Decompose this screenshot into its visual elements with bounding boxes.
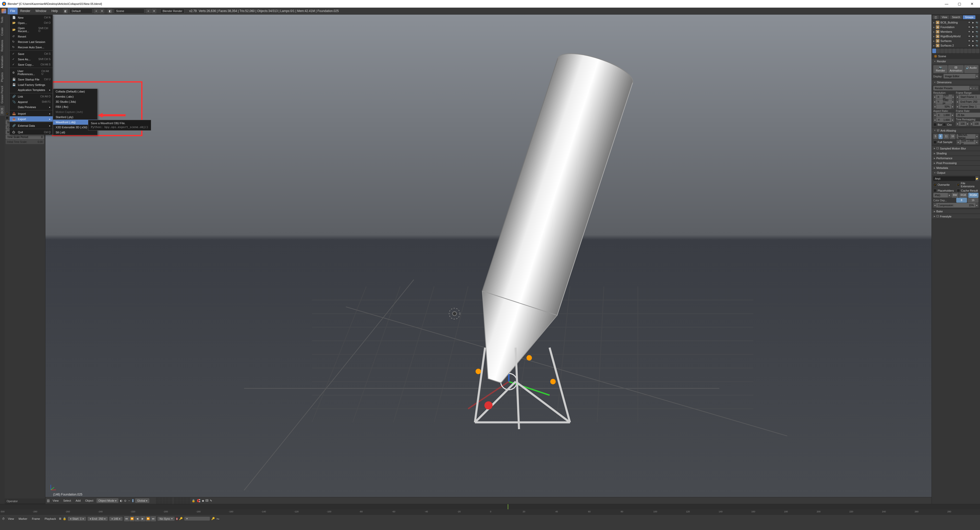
timeline-track[interactable] [0,504,980,509]
animation-button[interactable]: 🎞 Animation [948,65,964,73]
outliner-search[interactable]: Search [950,15,963,19]
layout-add-button[interactable]: + [94,8,99,14]
end-frame-field[interactable]: ◂End Fram: 250▸ [956,99,980,104]
res-pct-field[interactable]: ◂50%▸ [933,104,954,109]
aa-11[interactable]: 11 [943,134,949,139]
aspect-x-field[interactable]: ◂X:1.000▸ [933,113,954,117]
3d-viewport[interactable]: (146) Foundation.025 ◫ View Select Add O… [45,14,932,504]
tab-render-layers-icon[interactable] [936,49,940,53]
tab-bcb[interactable]: BCB [0,106,5,116]
scene-del-button[interactable]: ✕ [151,8,156,14]
scene-add-button[interactable]: + [146,8,151,14]
file-menu-item[interactable]: ✓SaveCtrl S [10,51,53,56]
current-frame-field[interactable]: ◂ 146 ▸ [109,517,123,521]
aa-8[interactable]: 8 [939,134,943,139]
visibility-icon[interactable]: 👁 [967,35,971,38]
shading-icon[interactable]: ◐ [120,499,123,503]
tab-material-icon[interactable] [964,49,968,53]
time-scale-field[interactable]: Time Scale Period:0 [6,135,44,139]
operator-header[interactable]: Operator [5,498,45,504]
tab-particles-icon[interactable] [972,49,976,53]
file-menu-item[interactable]: ⚙User Preferences...Ctrl Alt U [10,69,53,77]
tab-relations[interactable]: Relations [0,38,5,54]
selectable-icon[interactable]: ▶ [971,30,975,34]
timeline[interactable]: -300-280-260-240-220-200-180-160-140-120… [0,504,980,515]
file-menu-item[interactable]: 📂Open Recent...Shift Ctrl O [10,26,53,34]
aa-size-field[interactable]: ◂Size: 1.000 px▸ [956,140,979,144]
menu-file[interactable]: File [8,8,18,14]
display-select[interactable]: Image Editor▾ [943,74,978,78]
tab-object-icon[interactable] [948,49,952,53]
initial-time-scale-field[interactable]: Initial Time Scale:0.00 [6,139,44,144]
editor-type-icon[interactable]: ◫ [47,499,49,503]
blender-icon[interactable] [2,9,6,13]
file-menu-item[interactable]: 🔗LinkCtrl Alt O [10,94,53,99]
delete-keyframe-icon[interactable]: 🗝 [216,517,219,520]
sync-select[interactable]: No Sync ▾ [158,517,175,521]
renderable-icon[interactable]: 📷 [975,21,978,24]
file-menu-item[interactable]: ↻Recover Auto Save... [10,45,53,50]
menu-help[interactable]: Help [49,8,60,14]
tab-physics[interactable]: Physics [0,70,5,84]
insert-keyframe-icon[interactable]: 🔑 [212,517,215,520]
tab-animation[interactable]: Animation [0,54,5,70]
pivot-icon[interactable]: ⊙ [124,499,126,503]
outliner-item[interactable]: ▸◆BCB_Building👁▶📷 [932,20,980,25]
frame-rate-select[interactable]: 25 fps▾ [956,113,980,117]
fext-checkbox[interactable]: ✓ [957,183,960,187]
file-menu-item[interactable]: Application Templates▸ [10,88,53,93]
aa-5[interactable]: 5 [933,134,938,139]
cache-checkbox[interactable] [957,189,960,192]
res-x-field[interactable]: ◂X:1920 px▸ [933,94,954,99]
tab-modifiers-icon[interactable] [956,49,960,53]
renderable-icon[interactable]: 📷 [975,30,978,34]
tl-frame[interactable]: Frame [30,517,41,520]
selectable-icon[interactable]: ▶ [971,44,975,47]
vh-select[interactable]: Select [62,499,73,502]
start-frame-field[interactable]: ◂Start Frame: 1▸ [956,94,980,99]
snap-icon[interactable]: 🧲 [197,499,200,503]
export-menu-item[interactable]: Motion Capture (.bvh) [53,109,97,115]
checkbox-icon[interactable]: ✓ [6,112,9,115]
layout-del-button[interactable]: ✕ [99,8,104,14]
mode-select[interactable]: Object Mode ▾ [97,498,118,503]
manipulator-translate-icon[interactable]: ↕ [132,499,134,502]
file-menu-item[interactable]: 📂Open...Ctrl O [10,20,53,26]
aa-16[interactable]: 16 [950,134,956,139]
file-menu-item[interactable]: ↺Revert [10,34,53,39]
file-menu-item[interactable]: 📄NewCtrl N [10,15,53,20]
res-y-field[interactable]: ◂Y:1080 px▸ [933,99,954,104]
export-menu-item[interactable]: Stl (.stl) [53,130,97,135]
minimize-button[interactable]: — [941,0,953,8]
outliner-item[interactable]: ▸◆RigidBodyWorld👁▶📷 [932,34,980,38]
jump-start-button[interactable]: ⏮ [124,516,129,521]
checkbox-icon[interactable] [6,116,9,119]
outliner-editor-icon[interactable]: ◫ [932,15,939,19]
output-path-field[interactable]: /tmp\📁 [933,176,978,181]
depth-8[interactable]: 8 [956,198,967,203]
tl-playback[interactable]: Playback [43,517,58,520]
remap-old-field[interactable]: ◂100▸ [956,121,969,126]
jump-end-button[interactable]: ⏭ [151,516,156,521]
timeline-ruler[interactable]: -300-280-260-240-220-200-180-160-140-120… [0,509,980,515]
close-button[interactable]: ✕ [966,0,978,8]
use-preview-range-icon[interactable]: ⊞ [59,517,61,520]
tl-view[interactable]: View [6,517,16,520]
rgb-button[interactable]: RGB [959,193,968,198]
visibility-icon[interactable]: 👁 [967,21,971,24]
file-menu-item[interactable]: Data Previews▸ [10,105,53,110]
play-reverse-button[interactable]: ◀ [135,516,140,521]
layout-browse-icon[interactable]: ◧ [63,8,68,14]
menu-window[interactable]: Window [33,8,49,14]
file-menu-item[interactable]: 📥Import▸ [10,111,53,116]
bw-button[interactable]: BW [951,193,959,198]
tab-physics-icon[interactable] [976,49,980,53]
keying-set-icon[interactable]: 🔑 [179,517,183,520]
tab-render-icon[interactable] [932,49,936,53]
tab-data-icon[interactable] [960,49,964,53]
export-menu-item[interactable]: Collada (Default) (.dae) [53,89,97,94]
maximize-button[interactable]: ▢ [953,0,965,8]
visibility-icon[interactable]: 👁 [967,26,971,29]
tab-create[interactable]: Create [0,25,5,38]
layer-buttons[interactable] [156,498,190,504]
